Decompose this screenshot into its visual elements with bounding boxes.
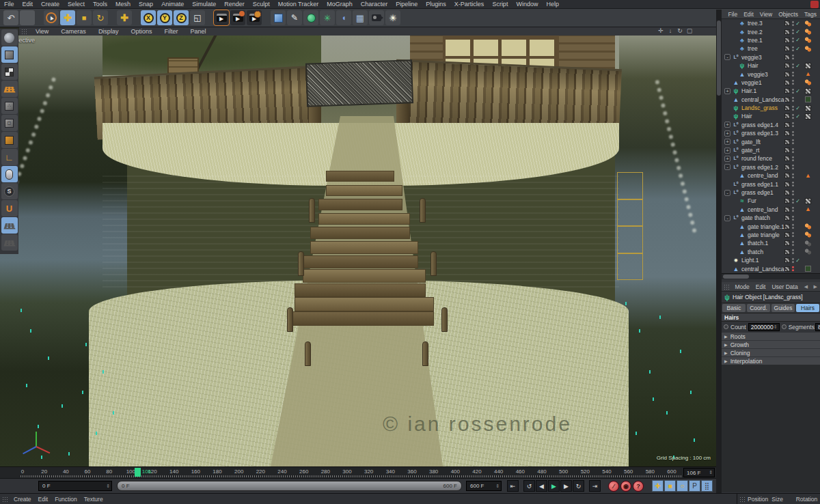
timeline-playhead[interactable] bbox=[135, 468, 141, 477]
last-tool-icon[interactable]: ✚ bbox=[117, 10, 132, 25]
triangle-tag-icon[interactable]: ▲ bbox=[805, 71, 812, 77]
viewport-canvas[interactable]: Perspective © ian rossenrode Grid Spacin… bbox=[0, 36, 716, 466]
object-row[interactable]: ▲centre_land▲ bbox=[722, 206, 820, 214]
min-frame-field[interactable]: 0 F⇕ bbox=[38, 481, 112, 491]
layer-color-toggle[interactable] bbox=[784, 249, 790, 255]
spinner-icon[interactable]: ⇕ bbox=[495, 484, 501, 489]
material-menu-texture[interactable]: Texture bbox=[81, 496, 107, 503]
tab-guides[interactable]: Guides bbox=[771, 304, 795, 312]
key-position-button[interactable]: ✚ bbox=[652, 480, 664, 492]
visibility-dots-toggle[interactable] bbox=[791, 139, 795, 145]
layer-color-toggle[interactable] bbox=[784, 88, 790, 94]
menu-tools[interactable]: Tools bbox=[89, 1, 111, 8]
environment-icon[interactable]: ▦ bbox=[353, 10, 368, 25]
light-icon[interactable]: ☀ bbox=[385, 10, 400, 25]
axis-z-icon[interactable]: Z bbox=[174, 10, 189, 25]
enabled-check-icon[interactable]: ✓ bbox=[795, 29, 801, 35]
object-row[interactable]: -L⁰veggie3 bbox=[722, 53, 820, 61]
objects-menu-objects[interactable]: Objects bbox=[776, 11, 802, 18]
material-menu-edit[interactable]: Edit bbox=[35, 496, 52, 503]
undo-icon[interactable]: ↶ bbox=[3, 10, 18, 25]
visibility-dots-toggle[interactable] bbox=[791, 156, 795, 162]
enabled-check-icon[interactable]: ✓ bbox=[795, 20, 801, 27]
expand-toggle-icon[interactable]: + bbox=[724, 88, 730, 94]
attributes-menu-user-data[interactable]: User Data bbox=[769, 283, 801, 290]
viewport-menu-options[interactable]: Options bbox=[124, 28, 158, 35]
layer-color-toggle[interactable] bbox=[784, 46, 790, 51]
menu-mesh[interactable]: Mesh bbox=[111, 1, 135, 8]
spline-pen-icon[interactable]: ✎ bbox=[287, 10, 302, 25]
menu-select[interactable]: Select bbox=[64, 1, 89, 8]
coordinate-system-icon[interactable]: ◱ bbox=[190, 10, 205, 25]
panel-grip-icon[interactable] bbox=[724, 284, 730, 290]
object-row[interactable]: ψHair✓ bbox=[722, 61, 820, 70]
menu-file[interactable]: File bbox=[0, 1, 18, 8]
group-growth[interactable]: ▶Growth bbox=[722, 341, 820, 348]
layer-color-toggle[interactable] bbox=[784, 232, 790, 238]
segments-field[interactable]: 8 bbox=[815, 323, 820, 331]
group-cloning[interactable]: ▶Cloning bbox=[722, 349, 820, 356]
visibility-dots-toggle[interactable] bbox=[791, 79, 795, 85]
axis-y-icon[interactable]: Y bbox=[157, 10, 172, 25]
visibility-dots-toggle[interactable] bbox=[791, 181, 795, 187]
object-row[interactable]: ≈Fur✓ bbox=[722, 197, 820, 205]
layer-color-toggle[interactable] bbox=[784, 80, 790, 85]
enabled-check-icon[interactable]: ✓ bbox=[795, 46, 801, 52]
object-manager-scrollbar[interactable] bbox=[716, 10, 722, 493]
darkspheres-tag-icon[interactable] bbox=[805, 249, 811, 255]
hatch-tag-icon[interactable] bbox=[805, 63, 811, 69]
menu-render[interactable]: Render bbox=[220, 1, 249, 8]
points-mode-icon[interactable]: ∴ bbox=[1, 98, 18, 114]
timeline-ruler[interactable]: 0204060801001201401601802002202402602803… bbox=[0, 466, 716, 478]
enabled-check-icon[interactable]: ✓ bbox=[795, 37, 801, 43]
menu-simulate[interactable]: Simulate bbox=[188, 1, 220, 8]
spheres-tag-icon[interactable] bbox=[805, 232, 811, 238]
spheres-tag-icon[interactable] bbox=[805, 46, 811, 52]
mograph-icon[interactable]: ✳ bbox=[320, 10, 335, 25]
tab-coord[interactable]: Coord. bbox=[747, 304, 770, 312]
menu-snap[interactable]: Snap bbox=[135, 1, 157, 8]
triangle-tag-icon[interactable]: ▲ bbox=[805, 206, 812, 212]
objects-menu-view[interactable]: View bbox=[756, 11, 775, 18]
layer-color-toggle[interactable] bbox=[784, 20, 790, 26]
history-forward-icon[interactable]: ▶ bbox=[814, 284, 820, 290]
layer-color-toggle[interactable] bbox=[784, 215, 790, 221]
expand-toggle-icon[interactable]: + bbox=[724, 122, 730, 128]
group-interpolation[interactable]: ▶Interpolation bbox=[722, 357, 820, 365]
visibility-dots-toggle[interactable] bbox=[791, 206, 795, 212]
layer-color-toggle[interactable] bbox=[784, 207, 790, 212]
material-menu-create[interactable]: Create bbox=[10, 496, 35, 503]
prev-key-button[interactable]: ↺ bbox=[523, 480, 535, 492]
layer-color-toggle[interactable] bbox=[784, 156, 790, 161]
menu-x-particles[interactable]: X-Particles bbox=[450, 1, 489, 8]
visibility-dots-toggle[interactable] bbox=[791, 190, 795, 196]
object-row[interactable]: -L⁰gate thatch bbox=[722, 214, 820, 222]
attributes-menu-mode[interactable]: Mode bbox=[732, 283, 752, 290]
expand-toggle-icon[interactable]: + bbox=[724, 139, 730, 145]
menu-motion-tracker[interactable]: Motion Tracker bbox=[274, 1, 323, 8]
record-options-button[interactable]: ? bbox=[633, 481, 644, 492]
texture-mode-icon[interactable] bbox=[1, 64, 18, 80]
object-row[interactable]: +L⁰gate_rt bbox=[722, 146, 820, 154]
scale-icon[interactable]: ■ bbox=[77, 10, 92, 25]
visibility-dots-toggle[interactable] bbox=[791, 249, 795, 255]
expand-toggle-icon[interactable]: - bbox=[724, 215, 730, 221]
object-row[interactable]: ψHair✓ bbox=[722, 112, 820, 120]
visibility-dots-toggle[interactable] bbox=[791, 232, 795, 238]
enabled-check-icon[interactable]: ✓ bbox=[795, 63, 801, 69]
layer-color-toggle[interactable] bbox=[784, 173, 790, 178]
spheres-tag-icon[interactable] bbox=[805, 79, 811, 85]
enabled-check-icon[interactable]: ✓ bbox=[795, 105, 801, 111]
visibility-dots-toggle[interactable] bbox=[791, 215, 795, 221]
key-parameter-button[interactable]: P bbox=[689, 480, 700, 492]
viewport-menu-filter[interactable]: Filter bbox=[158, 28, 184, 35]
menu-edit[interactable]: Edit bbox=[18, 1, 38, 8]
spheres-tag-icon[interactable] bbox=[805, 37, 811, 43]
hatch-tag-icon[interactable] bbox=[805, 113, 811, 120]
play-button[interactable]: ▶ bbox=[548, 480, 560, 492]
paint-icon[interactable] bbox=[1, 29, 18, 46]
edges-mode-icon[interactable]: ◻ bbox=[1, 115, 18, 131]
layer-color-toggle[interactable] bbox=[784, 63, 790, 68]
object-row[interactable]: ●Light.1✓ bbox=[722, 256, 820, 264]
layer-color-toggle[interactable] bbox=[784, 266, 790, 272]
